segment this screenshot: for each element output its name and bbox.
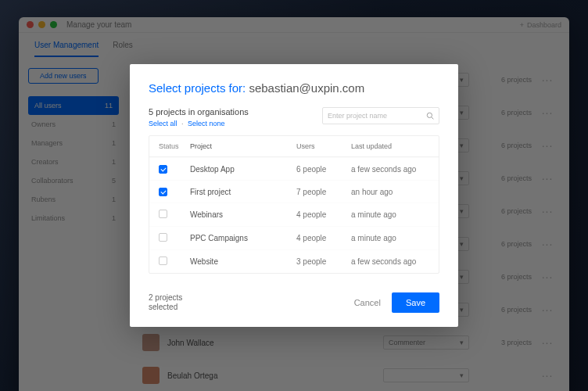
project-checkbox[interactable] — [159, 256, 167, 265]
project-checkbox[interactable] — [159, 188, 167, 196]
project-users: 6 people — [296, 165, 351, 174]
project-updated: a few seconds ago — [351, 165, 429, 174]
svg-point-0 — [427, 113, 432, 117]
project-updated: a minute ago — [351, 210, 429, 219]
project-search-input[interactable]: Enter project name — [322, 107, 439, 124]
table-header: Status Project Users Last updated — [149, 136, 439, 157]
select-projects-modal: Select projects for: sebastian@uxpin.com… — [130, 64, 458, 327]
project-updated: a minute ago — [351, 234, 429, 242]
cancel-button[interactable]: Cancel — [354, 298, 381, 307]
col-status: Status — [159, 142, 190, 150]
save-button[interactable]: Save — [392, 292, 439, 313]
search-icon — [426, 112, 434, 120]
modal-project-count: 5 projects in organisations — [149, 107, 249, 117]
project-updated: an hour ago — [351, 188, 429, 196]
project-checkbox[interactable] — [159, 165, 167, 174]
table-row[interactable]: PPC Campaigns4 peoplea minute ago — [149, 226, 439, 249]
project-name: PPC Campaigns — [190, 234, 296, 242]
projects-table: Status Project Users Last updated Deskto… — [149, 135, 439, 274]
col-updated: Last updated — [351, 142, 429, 150]
table-row[interactable]: Website3 peoplea few seconds ago — [149, 249, 439, 273]
modal-title: Select projects for: sebastian@uxpin.com — [149, 81, 439, 95]
svg-line-1 — [432, 117, 434, 120]
project-users: 3 people — [296, 257, 351, 266]
table-row[interactable]: Desktop App6 peoplea few seconds ago — [149, 157, 439, 180]
project-users: 4 people — [296, 234, 351, 242]
table-row[interactable]: First project7 peoplean hour ago — [149, 180, 439, 203]
col-project: Project — [190, 142, 296, 150]
project-name: First project — [190, 188, 296, 196]
selection-count: 2 projects selected — [149, 293, 195, 312]
col-users: Users — [296, 142, 351, 150]
project-checkbox[interactable] — [159, 233, 167, 242]
search-placeholder: Enter project name — [328, 112, 387, 120]
project-checkbox[interactable] — [159, 210, 167, 218]
project-updated: a few seconds ago — [351, 257, 429, 266]
table-row[interactable]: Webinars4 peoplea minute ago — [149, 203, 439, 226]
project-name: Website — [190, 257, 296, 266]
select-all-link[interactable]: Select all — [149, 120, 177, 127]
project-users: 4 people — [296, 210, 351, 219]
project-name: Webinars — [190, 210, 296, 219]
project-users: 7 people — [296, 188, 351, 196]
project-name: Desktop App — [190, 165, 296, 174]
select-none-link[interactable]: Select none — [188, 120, 225, 127]
